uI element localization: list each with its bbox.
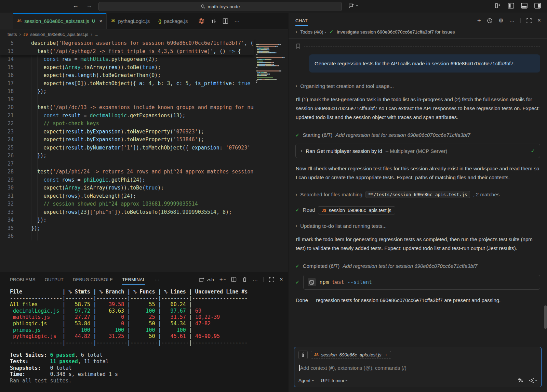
mode-picker[interactable]: Agent ›	[298, 378, 314, 383]
code-line[interactable]: 31 expect(rows).toHaveLength(24);	[0, 192, 254, 200]
split-editor-icon[interactable]	[223, 18, 228, 24]
code-line[interactable]: 28 test('/api/phi/24 -> returns 24 rows …	[0, 168, 254, 176]
breadcrumb-file[interactable]: session_690e86c_apis.test.js	[30, 32, 88, 37]
chat-input-box[interactable]: JS session_690e86c_apis.test.js + Add co…	[294, 347, 542, 387]
bookmark-icon[interactable]	[296, 43, 301, 49]
attachment-chip[interactable]: JS session_690e86c_apis.test.js +	[311, 351, 391, 359]
code-line[interactable]: 17 expect(res[0]).toMatchObject({ a: 4, …	[0, 80, 254, 88]
code-line[interactable]: 20 test('/api/dc/13 -> expansions includ…	[0, 104, 254, 112]
chat-scrollbar[interactable]	[544, 305, 547, 329]
new-chat-icon[interactable]: +	[477, 17, 481, 24]
toggle-sidebar-icon[interactable]	[508, 3, 514, 9]
model-picker[interactable]: GPT-5 mini ›	[321, 378, 348, 383]
minimap[interactable]	[256, 40, 281, 81]
code-text: test('/api/phi/24 -> returns 24 rows and…	[19, 168, 254, 176]
user-message[interactable]: Generate regression tests for the API ca…	[309, 54, 540, 73]
code-line[interactable]: 29 const rows = phiLogic.getPhi(24);	[0, 176, 254, 184]
toggle-secondary-sidebar-icon[interactable]	[534, 3, 541, 9]
compare-changes-icon[interactable]	[211, 18, 217, 24]
todos-header[interactable]: › Todos (4/8) - ✓ Investigate session 69…	[289, 28, 547, 39]
line-number: 5	[0, 39, 19, 47]
thinking-label: Updating to-do list and running tests...	[300, 223, 387, 229]
command-center-search[interactable]: math-toys-node	[98, 2, 342, 11]
tab-package-js[interactable]: {} package.js	[154, 13, 192, 29]
code-line[interactable]: 15 expect(Array.isArray(res)).toBe(true)…	[0, 64, 254, 72]
code-line[interactable]: 33 expect(rows[23]['phi^n']).toBeCloseTo…	[0, 208, 254, 217]
breadcrumb-symbol[interactable]: ...	[95, 32, 98, 37]
code-line[interactable]: 14 const res = mathUtils.pythagorean(2);	[0, 55, 254, 64]
code-line[interactable]: 32 // session showed phi^24 approx 10368…	[0, 200, 254, 208]
searched-files-row[interactable]: › Searched for files matching **/tests/s…	[295, 191, 540, 198]
split-terminal-icon[interactable]	[231, 277, 237, 282]
assistant-paragraph: Done — regression tests for session 690e…	[296, 296, 540, 305]
tools-icon[interactable]	[518, 377, 524, 383]
tab-session-test-file[interactable]: JS session_690e86c_apis.test.js U ×	[13, 13, 107, 29]
todos-label: Todos (4/8) -	[300, 29, 326, 35]
tab-label: package.js	[164, 18, 188, 24]
code-line[interactable]: 35});	[0, 224, 254, 233]
breadcrumb-root[interactable]: tests	[8, 32, 17, 37]
code-line[interactable]: 24 expect(result.byExpansion).toHaveProp…	[0, 136, 254, 144]
close-icon[interactable]: ×	[99, 18, 102, 24]
code-line[interactable]: 25 expect(result.byNumerator['1']).toMat…	[0, 144, 254, 152]
chat-more-icon[interactable]: ···	[509, 18, 515, 24]
code-line[interactable]: 36	[0, 232, 254, 240]
terminal-icon	[308, 278, 316, 286]
code-line[interactable]: 34 });	[0, 216, 254, 224]
line-number: 18	[0, 88, 19, 96]
tab-problems[interactable]: PROBLEMS	[10, 272, 36, 287]
terminal-profile[interactable]: zsh	[199, 277, 214, 283]
close-chat-icon[interactable]: ×	[537, 17, 541, 24]
tab-pythaglogic[interactable]: JS pythagLogic.js	[107, 13, 154, 29]
more-actions-icon[interactable]: ···	[234, 18, 240, 24]
code-line[interactable]: 18 });	[0, 88, 254, 96]
chevron-down-icon[interactable]: ›	[222, 278, 227, 280]
code-line[interactable]: 22 // spot-check keys	[0, 120, 254, 128]
maximize-panel-icon[interactable]	[269, 277, 274, 282]
thinking-section-1[interactable]: › Organizing test creation and tool usag…	[295, 83, 540, 89]
code-line[interactable]: 26 });	[0, 152, 254, 160]
tool-call-mcp[interactable]: › Ran Get multiplayer session by id – Mu…	[295, 144, 540, 158]
code-line[interactable]: 19	[0, 96, 254, 104]
code-editor[interactable]: 5describe('Regression assertions for ses…	[0, 39, 288, 272]
code-text: // session showed phi^24 approx 103681.9…	[19, 200, 254, 208]
open-chat-editor-icon[interactable]	[526, 18, 532, 23]
chat-text-input[interactable]: Add context (#), extensions (@), command…	[299, 365, 537, 371]
back-icon[interactable]: ←	[72, 2, 79, 9]
forward-icon[interactable]: →	[86, 2, 92, 9]
tab-chat[interactable]: CHAT	[295, 13, 308, 28]
tab-debug-console[interactable]: DEBUG CONSOLE	[73, 272, 113, 287]
toggle-panel-icon[interactable]	[521, 3, 528, 9]
code-line[interactable]: 27	[0, 160, 254, 168]
terminal-more-icon[interactable]: ···	[253, 277, 258, 283]
line-number: 22	[0, 120, 19, 128]
minimap-line	[256, 55, 281, 56]
claude-icon[interactable]	[198, 18, 205, 24]
tab-output[interactable]: OUTPUT	[45, 272, 64, 287]
code-line[interactable]: 5describe('Regression assertions for ses…	[0, 39, 254, 47]
panel-more-tabs-icon[interactable]: ···	[155, 272, 159, 287]
thinking-section-2[interactable]: › Updating to-do list and running tests.…	[295, 223, 540, 229]
new-terminal-button[interactable]: + ›	[219, 276, 226, 283]
kill-terminal-icon[interactable]	[242, 277, 247, 282]
copilot-menu[interactable]: ›	[348, 2, 358, 9]
add-attachment-icon[interactable]: +	[385, 352, 388, 357]
code-line[interactable]: 13 test('/api/pythag/2 -> first triple i…	[0, 47, 254, 55]
code-line[interactable]: 23 expect(result.byExpansion).toHaveProp…	[0, 128, 254, 136]
code-line[interactable]: 16 expect(res.length).toBeGreaterThan(0)…	[0, 71, 254, 80]
code-line[interactable]: 21 const result = decimalLogic.getExpans…	[0, 112, 254, 120]
divider	[263, 277, 264, 282]
close-panel-icon[interactable]: ×	[280, 276, 283, 283]
read-file-chip[interactable]: JS session_690e86c_apis.test.js	[318, 206, 395, 214]
tab-terminal[interactable]: TERMINAL	[122, 272, 145, 287]
gear-icon[interactable]: ⚙	[498, 17, 504, 24]
code-text: expect(res[0]).toMatchObject({ a: 4, b: …	[19, 80, 254, 88]
breadcrumb[interactable]: tests › JS session_690e86c_apis.test.js …	[0, 29, 288, 39]
terminal-command-box[interactable]: npm test --silent	[303, 275, 540, 290]
terminal-content[interactable]: File | % Stmts | % Branch | % Funcs | % …	[0, 287, 288, 392]
history-icon[interactable]	[487, 18, 493, 24]
send-button[interactable]: ›	[529, 378, 537, 383]
code-line[interactable]: 30 expect(Array.isArray(rows)).toBe(true…	[0, 184, 254, 192]
attach-context-button[interactable]	[298, 351, 308, 359]
customize-layout-icon[interactable]	[495, 3, 501, 9]
